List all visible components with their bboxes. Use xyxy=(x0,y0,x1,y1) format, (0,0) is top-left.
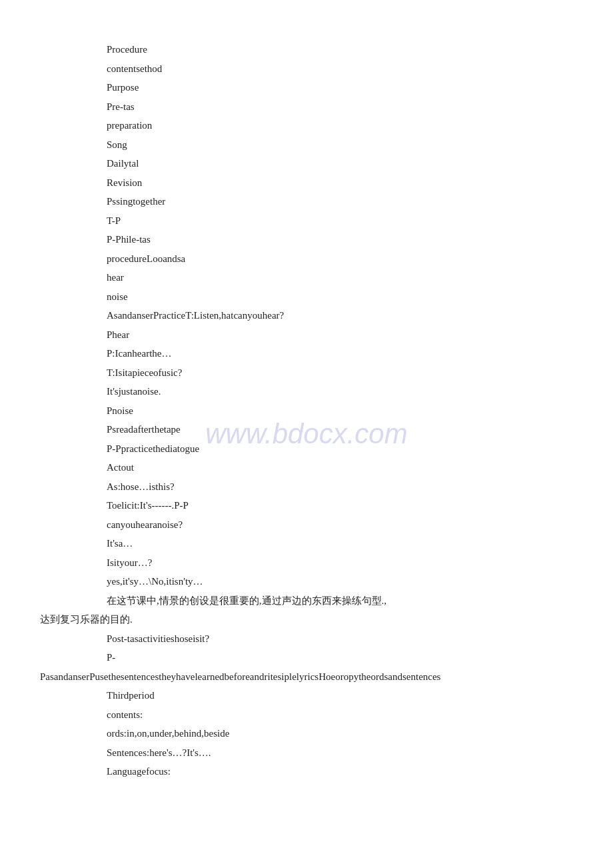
line-item: contents: xyxy=(40,705,573,725)
line-item: It'sa… xyxy=(40,534,573,553)
line-item: hear xyxy=(40,268,573,287)
line-item: Pnoise xyxy=(40,401,573,421)
line-item: P-Phile-tas xyxy=(40,230,573,249)
line-item: yes,it'sy…\No,itisn'ty… xyxy=(40,572,573,591)
line-item: procedureLooandsa xyxy=(40,249,573,269)
line-item: P-Ppracticethediatogue xyxy=(40,439,573,459)
line-item: Phear xyxy=(40,325,573,345)
line-item: Thirdperiod xyxy=(40,686,573,705)
line-item: Pssingtogether xyxy=(40,192,573,211)
line-item: Languagefocus: xyxy=(40,762,573,781)
document-body: ProcedurecontentsethodPurposePre-tasprep… xyxy=(0,27,613,795)
line-item: Dailytal xyxy=(40,154,573,173)
line-item: P- xyxy=(40,648,573,667)
line-item: AsandanserPracticeT:Listen,hatcanyouhear… xyxy=(40,306,573,325)
line-item: Actout xyxy=(40,458,573,477)
line-item: noise xyxy=(40,287,573,307)
line-item: T:Isitapieceofusic? xyxy=(40,363,573,383)
line-item: preparation xyxy=(40,116,573,135)
line-item: Procedure xyxy=(40,40,573,59)
line-item: It'sjustanoise. xyxy=(40,382,573,401)
line-item: T-P xyxy=(40,211,573,231)
line-item: 在这节课中,情景的创设是很重要的,通过声边的东西来操练句型., xyxy=(40,591,573,611)
line-item: ords:in,on,under,behind,beside xyxy=(40,724,573,743)
line-item: Pre-tas xyxy=(40,97,573,117)
line-item: P:Icanhearthe… xyxy=(40,344,573,363)
line-item: 达到复习乐器的目的. xyxy=(40,610,573,629)
line-item: Psreadafterthetape xyxy=(40,420,573,439)
line-item: PasandanserPusethesentencestheyhavelearn… xyxy=(40,667,573,687)
line-item: Toelicit:It's------.P-P xyxy=(40,496,573,515)
line-item: contentsethod xyxy=(40,59,573,79)
line-item: Sentences:here's…?It's…. xyxy=(40,743,573,763)
line-item: Song xyxy=(40,135,573,155)
line-item: Revision xyxy=(40,173,573,193)
line-item: Purpose xyxy=(40,78,573,97)
line-item: As:hose…isthis? xyxy=(40,477,573,497)
line-item: Isityour…? xyxy=(40,553,573,573)
line-item: Post-tasactivitieshoseisit? xyxy=(40,629,573,649)
line-item: canyouhearanoise? xyxy=(40,515,573,535)
